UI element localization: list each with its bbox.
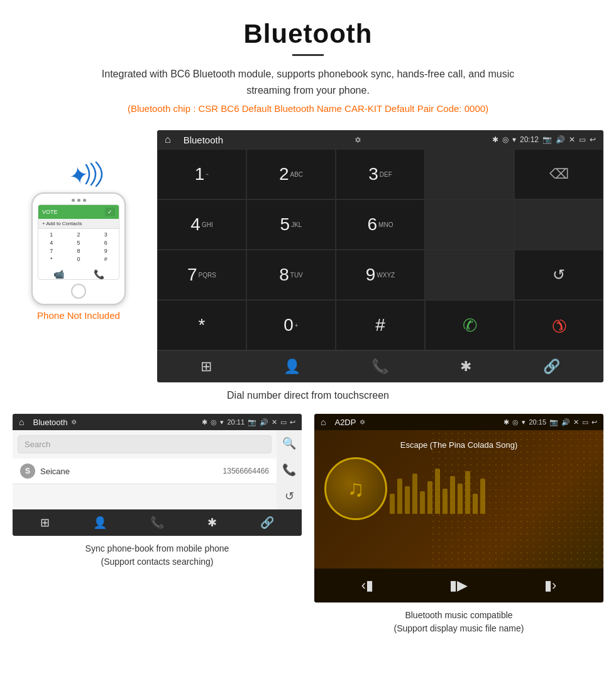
contacts-status-icons: ✱ ◎ ▾ 20:11 📷 🔊 ✕ ▭ ↩ xyxy=(202,418,295,426)
cnav-phone-icon[interactable]: 📞 xyxy=(150,516,164,530)
phone-key-7[interactable]: 7 xyxy=(41,248,62,254)
phone-key-5[interactable]: 5 xyxy=(68,240,89,246)
end-call-button[interactable]: ✆ xyxy=(514,300,603,350)
cnav-user-icon[interactable]: 👤 xyxy=(93,516,107,530)
phone-side-icon[interactable]: 📞 xyxy=(282,463,296,477)
dial-backspace[interactable]: ⌫ xyxy=(514,149,603,199)
dial-sub-1: ⌁ xyxy=(206,171,209,177)
dial-key-8[interactable]: 8 TUV xyxy=(246,250,336,300)
dial-sub-7: PQRS xyxy=(199,272,216,279)
list-item[interactable]: S Seicane 13566664466 xyxy=(13,458,277,484)
eq-bar-6 xyxy=(427,481,432,514)
phone-phone-icon[interactable]: 📞 xyxy=(94,269,104,279)
phone-dot-3 xyxy=(83,199,86,202)
cnav-bt-icon[interactable]: ✱ xyxy=(207,516,217,530)
dial-key-4[interactable]: 4 GHI xyxy=(157,199,246,250)
search-placeholder: Search xyxy=(25,440,50,449)
dial-num-1: 1 xyxy=(195,164,205,184)
phone-key-star[interactable]: * xyxy=(41,256,62,262)
contacts-signal-icon: ▾ xyxy=(220,418,224,426)
contacts-bt-icon: ✱ xyxy=(202,418,207,426)
dial-refresh[interactable]: ↺ xyxy=(514,250,603,300)
nav-link-icon[interactable]: 🔗 xyxy=(543,358,560,375)
dial-num-0: 0 xyxy=(283,315,294,335)
phone-call-row: 📹 📞 xyxy=(38,269,119,279)
phone-top-bar xyxy=(38,199,119,202)
phone-key-hash[interactable]: # xyxy=(95,256,116,262)
camera-icon: 📷 xyxy=(542,135,552,144)
phone-key-3[interactable]: 3 xyxy=(95,231,116,238)
dial-num-9: 9 xyxy=(366,265,376,285)
contacts-caption-line1: Sync phone-book from mobile phone xyxy=(85,543,229,553)
search-bar[interactable]: Search xyxy=(18,435,272,453)
eq-bar-11 xyxy=(465,471,470,514)
nav-user-icon[interactable]: 👤 xyxy=(283,358,300,375)
phone-dial-row-4: * 0 # xyxy=(41,256,116,262)
contacts-home-icon[interactable]: ⌂ xyxy=(19,417,24,427)
contacts-back-icon[interactable]: ↩ xyxy=(290,418,295,426)
contacts-caption-line2: (Support contacts searching) xyxy=(101,557,214,567)
contacts-time: 20:11 xyxy=(227,418,245,426)
dial-key-2[interactable]: 2 ABC xyxy=(246,149,336,199)
phone-key-0[interactable]: 0 xyxy=(68,256,89,262)
eq-bar-13 xyxy=(480,479,485,514)
phone-key-9[interactable]: 9 xyxy=(95,248,116,254)
dial-key-star[interactable]: * xyxy=(157,300,246,350)
phone-key-2[interactable]: 2 xyxy=(68,231,89,238)
music-screen-icon: ▭ xyxy=(582,418,588,426)
cnav-link-icon[interactable]: 🔗 xyxy=(260,516,274,530)
phone-key-4[interactable]: 4 xyxy=(41,240,62,246)
next-track-icon[interactable]: ▮› xyxy=(544,577,556,594)
dial-sub-0: + xyxy=(295,322,299,329)
eq-bar-12 xyxy=(473,494,478,514)
dial-key-5[interactable]: 5 JKL xyxy=(246,199,336,250)
contacts-screen-icon: ▭ xyxy=(280,418,287,426)
phone-key-6[interactable]: 6 xyxy=(95,240,116,246)
home-icon[interactable]: ⌂ xyxy=(165,134,171,145)
dial-key-6[interactable]: 6 MNO xyxy=(336,199,425,250)
phone-green-btn: ✓ xyxy=(105,208,115,216)
dial-key-1[interactable]: 1 ⌁ xyxy=(157,149,246,199)
dial-key-3[interactable]: 3 DEF xyxy=(336,149,425,199)
dial-key-7[interactable]: 7 PQRS xyxy=(157,250,246,300)
music-vol-icon: 🔊 xyxy=(561,418,570,426)
contacts-body: Search S Seicane 13566664466 🔍 📞 ↺ xyxy=(13,430,302,509)
contact-name: Seicane xyxy=(40,467,218,476)
music-home-icon[interactable]: ⌂ xyxy=(321,417,326,427)
dial-caption: Dial number direct from touchscreen xyxy=(0,390,616,401)
phone-home-button[interactable] xyxy=(71,284,86,299)
music-back-icon[interactable]: ↩ xyxy=(591,418,597,426)
contacts-screen: ⌂ Bluetooth ✡ ✱ ◎ ▾ 20:11 📷 🔊 ✕ ▭ ↩ xyxy=(13,414,302,536)
play-pause-icon[interactable]: ▮▶ xyxy=(449,577,468,594)
dial-sub-8: TUV xyxy=(290,272,303,279)
contacts-title: Bluetooth xyxy=(33,418,67,427)
phone-video-icon[interactable]: 📹 xyxy=(53,269,64,279)
dial-num-2: 2 xyxy=(279,164,289,184)
phone-screen-header: VOTE ✓ xyxy=(38,205,119,219)
music-cam-icon: 📷 xyxy=(549,418,558,426)
car-screen-title: Bluetooth xyxy=(184,135,223,145)
dial-key-hash[interactable]: # xyxy=(336,300,425,350)
dial-key-0[interactable]: 0 + xyxy=(246,300,336,350)
phone-key-1[interactable]: 1 xyxy=(41,231,62,238)
nav-phone-icon[interactable]: 📞 xyxy=(371,358,388,375)
contacts-bottom-nav: ⊞ 👤 📞 ✱ 🔗 xyxy=(13,509,302,536)
end-call-icon: ✆ xyxy=(546,313,571,338)
refresh-side-icon[interactable]: ↺ xyxy=(285,489,294,503)
page-title: Bluetooth xyxy=(13,19,603,49)
contacts-close-icon[interactable]: ✕ xyxy=(272,418,277,426)
call-button[interactable]: ✆ xyxy=(425,300,514,350)
nav-bt-icon[interactable]: ✱ xyxy=(460,358,471,375)
search-icon[interactable]: 🔍 xyxy=(282,436,296,450)
nav-grid-icon[interactable]: ⊞ xyxy=(201,358,212,375)
cnav-grid-icon[interactable]: ⊞ xyxy=(40,516,50,530)
prev-track-icon[interactable]: ‹▮ xyxy=(361,577,373,594)
music-body: Escape (The Pina Colada Song) ♫ xyxy=(314,430,603,569)
dial-key-9[interactable]: 9 WXYZ xyxy=(336,250,425,300)
close-icon[interactable]: ✕ xyxy=(569,135,575,144)
music-close-icon[interactable]: ✕ xyxy=(573,418,579,426)
eq-bar-9 xyxy=(450,476,455,514)
title-divider xyxy=(292,54,324,56)
back-icon[interactable]: ↩ xyxy=(590,135,596,144)
phone-key-8[interactable]: 8 xyxy=(68,248,89,254)
